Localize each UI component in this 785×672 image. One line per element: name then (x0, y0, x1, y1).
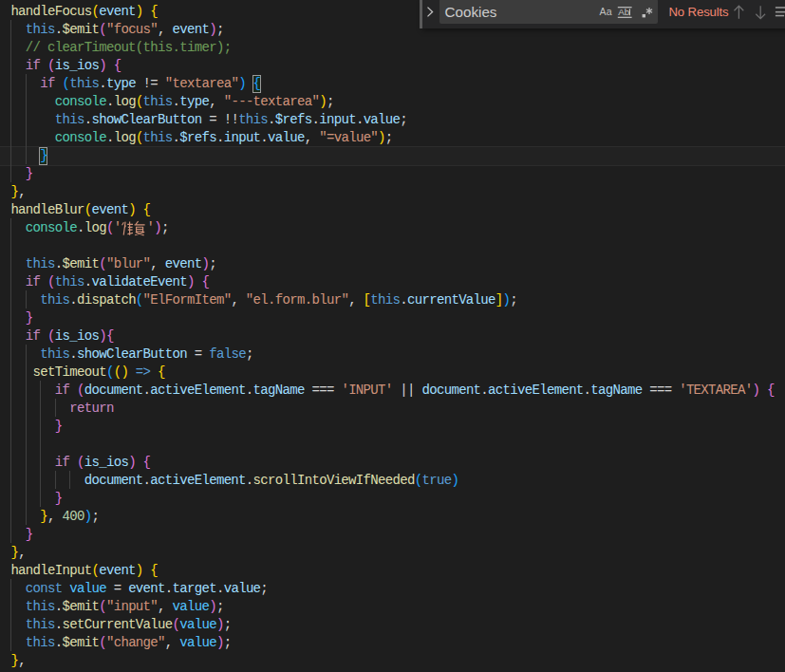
svg-text:Ab: Ab (618, 7, 630, 17)
svg-text:Aa: Aa (600, 6, 612, 17)
